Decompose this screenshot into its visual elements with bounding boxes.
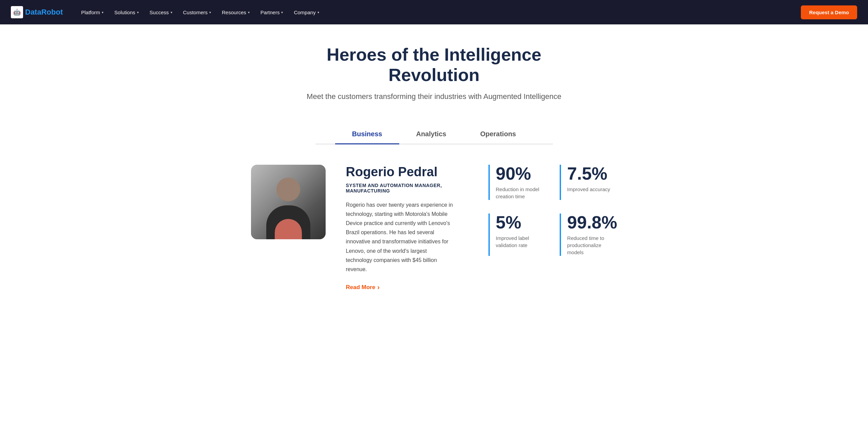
stat-label: Improved accuracy: [567, 186, 610, 193]
hero-title: Heroes of the Intelligence Revolution: [288, 45, 580, 85]
stat-content: 90% Reduction in model creation time: [496, 165, 543, 200]
stat-label: Reduced time to productionalize models: [567, 235, 617, 256]
stat-value: 7.5%: [567, 165, 610, 182]
nav-item-solutions[interactable]: Solutions ▾: [110, 7, 143, 18]
stat-value: 90%: [496, 165, 543, 182]
tab-operations[interactable]: Operations: [463, 125, 533, 144]
stat-item-2: 5% Improved label validation rate: [488, 214, 543, 256]
stat-content: 99.8% Reduced time to productionalize mo…: [567, 214, 617, 256]
nav-item-company[interactable]: Company ▾: [289, 7, 324, 18]
logo-icon: 🤖: [11, 6, 23, 18]
chevron-down-icon: ▾: [102, 11, 103, 14]
person-body: [266, 205, 310, 239]
logo-text: DataRobot: [25, 8, 63, 17]
tabs: Business Analytics Operations: [315, 125, 553, 144]
stat-value: 99.8%: [567, 214, 617, 231]
hero-section: Heroes of the Intelligence Revolution Me…: [282, 24, 587, 111]
chevron-down-icon: ▾: [281, 11, 283, 14]
chevron-down-icon: ▾: [137, 11, 139, 14]
profile-bio: Rogerio has over twenty years experience…: [346, 200, 455, 274]
stat-bar: [560, 214, 561, 256]
nav-item-customers[interactable]: Customers ▾: [178, 7, 216, 18]
read-more-link[interactable]: Read More ›: [346, 283, 380, 291]
nav-item-resources[interactable]: Resources ▾: [217, 7, 254, 18]
chevron-down-icon: ▾: [317, 11, 319, 14]
stat-item-1: 7.5% Improved accuracy: [560, 165, 617, 200]
profile-section: Rogerio Pedral SYSTEM AND AUTOMATION MAN…: [231, 165, 638, 291]
chevron-down-icon: ▾: [171, 11, 172, 14]
nav-item-success[interactable]: Success ▾: [145, 7, 177, 18]
hero-subtitle: Meet the customers transforming their in…: [288, 92, 580, 101]
profile-job-title: SYSTEM AND AUTOMATION MANAGER, MANUFACTU…: [346, 183, 455, 194]
stats-grid: 90% Reduction in model creation time 7.5…: [475, 165, 617, 256]
navigation: 🤖 DataRobot Platform ▾ Solutions ▾ Succe…: [0, 0, 868, 24]
logo[interactable]: 🤖 DataRobot: [11, 6, 63, 18]
nav-links: Platform ▾ Solutions ▾ Success ▾ Custome…: [76, 7, 801, 18]
stat-bar: [560, 165, 561, 200]
nav-item-partners[interactable]: Partners ▾: [256, 7, 288, 18]
profile-name: Rogerio Pedral: [346, 165, 455, 179]
nav-item-platform[interactable]: Platform ▾: [76, 7, 108, 18]
stat-content: 5% Improved label validation rate: [496, 214, 543, 249]
stat-item-0: 90% Reduction in model creation time: [488, 165, 543, 200]
stat-bar: [488, 214, 490, 256]
stat-bar: [488, 165, 490, 200]
arrow-icon: ›: [377, 283, 380, 291]
chevron-down-icon: ▾: [248, 11, 250, 14]
person-shirt: [275, 219, 302, 239]
profile-image: [251, 165, 326, 239]
stat-label: Improved label validation rate: [496, 235, 543, 249]
stat-item-3: 99.8% Reduced time to productionalize mo…: [560, 214, 617, 256]
profile-content: Rogerio Pedral SYSTEM AND AUTOMATION MAN…: [346, 165, 455, 291]
tab-business[interactable]: Business: [335, 125, 399, 144]
tab-analytics[interactable]: Analytics: [399, 125, 463, 144]
stat-label: Reduction in model creation time: [496, 186, 543, 200]
chevron-down-icon: ▾: [209, 11, 211, 14]
profile-image-placeholder: [251, 165, 326, 239]
request-demo-button[interactable]: Request a Demo: [801, 5, 857, 19]
stat-content: 7.5% Improved accuracy: [567, 165, 610, 193]
person-head: [276, 178, 300, 201]
stat-value: 5%: [496, 214, 543, 231]
